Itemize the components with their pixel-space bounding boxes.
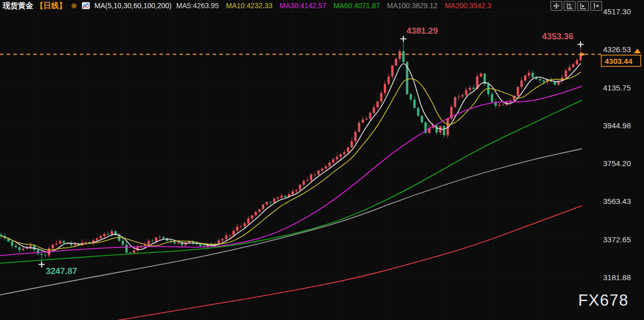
ma-legend-item: MA100:3829.12 [387,2,438,10]
svg-text:3944.98: 3944.98 [603,121,631,130]
svg-text:3754.20: 3754.20 [603,159,631,168]
svg-text:3247.87: 3247.87 [45,266,77,276]
add-indicator-icon[interactable]: ⊕ [71,2,77,9]
timeframe-label[interactable]: 【日线】 [36,1,66,11]
svg-text:4381.29: 4381.29 [406,26,438,36]
trading-app: 4517.304326.534135.753944.983754.203563.… [0,0,644,320]
ma-legend-item: MA30:4142.57 [280,2,326,10]
fx678-watermark: FX678 [578,291,629,310]
ma-legend-item: MA10:4232.33 [226,2,272,10]
candlestick-chart[interactable]: 4517.304326.534135.753944.983754.203563.… [0,0,644,320]
svg-text:3563.43: 3563.43 [603,197,631,205]
pan-icon[interactable] [550,1,562,11]
scroll-left-icon[interactable] [564,1,576,11]
go-to-latest-icon[interactable] [590,1,602,11]
svg-text:3372.65: 3372.65 [603,235,631,244]
svg-text:4135.75: 4135.75 [603,83,631,92]
ma-legend: MA5:4263.95MA10:4232.33MA30:4142.57MA60:… [176,2,491,10]
svg-text:4326.53: 4326.53 [603,45,631,54]
ma-settings-icon[interactable] [82,2,90,9]
svg-text:4517.30: 4517.30 [603,7,631,16]
chart-header: 现货黄金 【日线】 ⊕ MA(5,10,30,60,100,200) MA5:4… [0,0,491,11]
svg-text:3181.88: 3181.88 [603,273,631,282]
chart-toolbar [550,1,602,11]
ma-legend-item: MA5:4263.95 [176,2,219,10]
ma-legend-item: MA200:3542.3 [445,2,491,10]
svg-text:4303.44: 4303.44 [605,57,633,65]
scroll-right-icon[interactable] [577,1,589,11]
ma-settings-label[interactable]: MA(5,10,30,60,100,200) [95,2,172,10]
symbol-label: 现货黄金 [3,1,33,11]
svg-text:4353.36: 4353.36 [542,32,573,41]
ma-legend-item: MA60:4071.87 [333,2,380,10]
